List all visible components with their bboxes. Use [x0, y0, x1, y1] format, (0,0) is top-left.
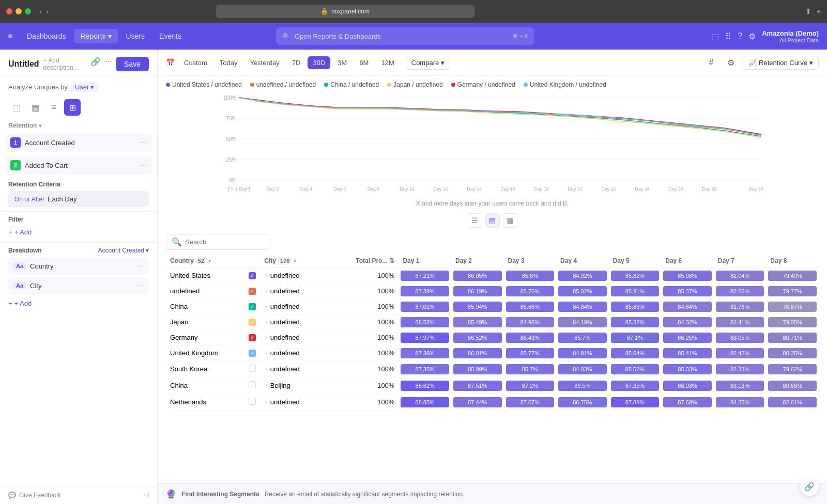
back-icon[interactable]: ‹: [39, 7, 42, 15]
add-description[interactable]: + Add description...: [43, 57, 86, 71]
filter-add-button[interactable]: + + Add: [8, 226, 149, 238]
cell-checkbox-0[interactable]: ✓: [244, 268, 260, 284]
col-header-day3[interactable]: Day 3: [504, 254, 557, 268]
nav-reports[interactable]: Reports ▾: [74, 29, 118, 43]
cell-day5-row0: 85.82%: [609, 268, 662, 284]
expand-arrow-7[interactable]: ›: [265, 383, 267, 388]
collapse-icon[interactable]: ⊣: [144, 492, 149, 499]
expand-arrow-8[interactable]: ›: [265, 399, 267, 405]
chart-type-bar[interactable]: ▦: [27, 99, 43, 116]
sidebar-footer[interactable]: 💬 Give Feedback ⊣: [0, 486, 157, 504]
grid-icon[interactable]: ⠿: [725, 32, 731, 41]
time-btn-30d[interactable]: 30D: [308, 56, 330, 69]
grid-toolbar-icon[interactable]: #: [703, 55, 719, 70]
chart-type-number[interactable]: ≡: [45, 99, 62, 116]
analyze-value[interactable]: User ▾: [71, 82, 98, 92]
cell-checkbox-8[interactable]: [244, 394, 260, 411]
view-btn-compact[interactable]: ☰: [468, 213, 482, 228]
cell-checkbox-1[interactable]: ✓: [244, 284, 260, 299]
nav-search-text: Open Reports & Dashboards: [295, 33, 381, 40]
table-row: Japan✓›undefined100%86.58%85.49%84.96%84…: [166, 314, 819, 330]
nav-dashboards[interactable]: Dashboards: [21, 29, 72, 43]
col-header-day1[interactable]: Day 1: [399, 254, 451, 268]
breakdown-value[interactable]: Account Created ▾: [98, 247, 149, 254]
cell-checkbox-6[interactable]: [244, 361, 260, 377]
col-header-country[interactable]: Country 52 ▾: [166, 254, 244, 268]
cell-day5-row8: 87.89%: [609, 394, 662, 411]
cell-checkbox-5[interactable]: ✓: [244, 345, 260, 361]
breakdown-item-country[interactable]: Aa Country ···: [8, 257, 149, 275]
analyze-label: Analyze Uniques by: [8, 83, 68, 91]
expand-arrow-5[interactable]: ›: [265, 350, 267, 356]
cell-checkbox-3[interactable]: ✓: [244, 314, 260, 330]
expand-arrow-0[interactable]: ›: [265, 273, 267, 278]
event-item-1[interactable]: 1 Account Created ···: [5, 133, 152, 152]
col-header-day4[interactable]: Day 4: [556, 254, 609, 268]
col-header-day5[interactable]: Day 5: [609, 254, 662, 268]
time-btn-today[interactable]: Today: [215, 56, 243, 69]
cell-day2-row4: 86.52%: [451, 330, 504, 345]
more-icon[interactable]: ···: [105, 57, 112, 71]
settings-icon[interactable]: ⚙: [748, 32, 756, 41]
help-icon[interactable]: ?: [738, 32, 742, 41]
settings-toolbar-icon[interactable]: ⚙: [723, 55, 739, 70]
nav-users[interactable]: Users: [120, 29, 151, 43]
col-header-total[interactable]: Total Pro... ⇅: [339, 254, 399, 268]
expand-arrow-3[interactable]: ›: [265, 319, 267, 325]
table-row: China✓›undefined100%87.01%85.94%85.66%84…: [166, 299, 819, 314]
breakdown-more-country[interactable]: ···: [137, 261, 144, 271]
new-tab-icon[interactable]: +: [817, 7, 821, 15]
col-header-city[interactable]: City 176 ▾: [260, 254, 339, 268]
event-more-1[interactable]: ···: [140, 138, 147, 147]
col-header-day8[interactable]: Day 8: [766, 254, 819, 268]
close-traffic-light[interactable]: [6, 8, 12, 14]
nav-search[interactable]: 🔍 Open Reports & Dashboards ⌘ + K: [276, 27, 534, 45]
cell-total-2: 100%: [339, 299, 399, 314]
address-bar[interactable]: 🔒 mixpanel.com: [216, 5, 474, 18]
share-icon[interactable]: ⬆: [805, 7, 811, 15]
save-button[interactable]: Save: [116, 57, 149, 71]
time-btn-custom[interactable]: Custom: [179, 56, 212, 69]
cell-day3-row2: 85.66%: [504, 299, 557, 314]
cell-day4-row2: 84.84%: [556, 299, 609, 314]
expand-arrow-4[interactable]: ›: [265, 335, 267, 340]
event-more-2[interactable]: ···: [140, 161, 147, 170]
expand-arrow-1[interactable]: ›: [265, 288, 267, 294]
col-header-day6[interactable]: Day 6: [661, 254, 714, 268]
maximize-traffic-light[interactable]: [25, 8, 31, 14]
chart-type-table[interactable]: ⊞: [64, 99, 81, 116]
time-btn-7d[interactable]: 7D: [287, 56, 306, 69]
notifications-icon[interactable]: ⬚: [711, 32, 719, 41]
search-input[interactable]: [185, 238, 257, 246]
col-header-day2[interactable]: Day 2: [451, 254, 504, 268]
criteria-chip[interactable]: On or After Each Day: [8, 191, 149, 207]
event-item-2[interactable]: 2 Added To Cart ···: [5, 156, 152, 175]
cell-checkbox-7[interactable]: [244, 377, 260, 394]
view-btn-expanded[interactable]: ▥: [503, 213, 517, 228]
plus-icon: +: [8, 228, 12, 236]
nav-events[interactable]: Events: [153, 29, 188, 43]
retention-curve-button[interactable]: 📈 Retention Curve ▾: [743, 56, 819, 70]
time-btn-3m[interactable]: 3M: [332, 56, 352, 69]
cell-checkbox-4[interactable]: ✓: [244, 330, 260, 345]
col-header-day7[interactable]: Day 7: [714, 254, 767, 268]
floating-link-button[interactable]: 🔗: [800, 477, 819, 496]
expand-arrow-6[interactable]: ›: [265, 366, 267, 372]
breakdown-item-city[interactable]: Aa City ···: [8, 277, 149, 294]
minimize-traffic-light[interactable]: [16, 8, 22, 14]
time-btn-6m[interactable]: 6M: [354, 56, 374, 69]
view-btn-normal[interactable]: ▤: [485, 213, 500, 228]
expand-arrow-2[interactable]: ›: [265, 304, 267, 309]
legend-dot-undefined: [250, 83, 254, 87]
forward-icon[interactable]: ›: [46, 7, 49, 15]
cell-checkbox-2[interactable]: ✓: [244, 299, 260, 314]
breakdown-more-city[interactable]: ···: [137, 281, 144, 290]
compare-button[interactable]: Compare ▾: [406, 56, 450, 70]
time-btn-yesterday[interactable]: Yesterday: [245, 56, 285, 69]
chart-type-line[interactable]: ⬚: [8, 99, 25, 116]
cell-day5-row6: 85.52%: [609, 361, 662, 377]
link-icon[interactable]: 🔗: [90, 57, 101, 71]
search-input-wrap[interactable]: 🔍: [166, 234, 269, 250]
time-btn-12m[interactable]: 12M: [376, 56, 399, 69]
breakdown-add-button[interactable]: + + Add: [8, 297, 149, 309]
